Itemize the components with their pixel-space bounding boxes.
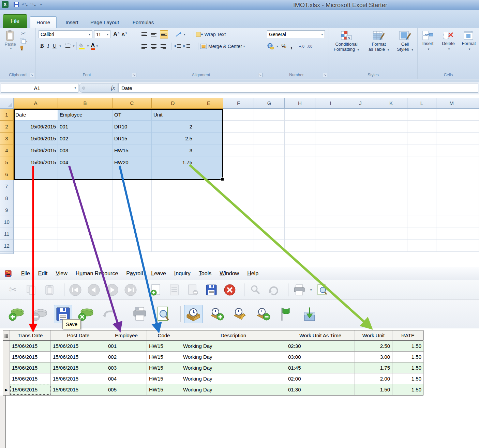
- excel-cell[interactable]: [436, 204, 467, 216]
- grid-cell[interactable]: 1.50: [392, 341, 424, 352]
- row-header-4[interactable]: 4: [0, 144, 14, 156]
- menu-item-inquiry[interactable]: Inquiry: [174, 271, 191, 277]
- excel-cell[interactable]: 002: [58, 133, 113, 144]
- excel-cell[interactable]: [346, 109, 375, 121]
- excel-cell[interactable]: [467, 192, 479, 204]
- excel-cell[interactable]: [436, 192, 467, 204]
- excel-cell[interactable]: OT: [113, 109, 152, 121]
- menu-item-human-resource[interactable]: Human Resource: [76, 271, 118, 277]
- excel-cell[interactable]: 2.5: [152, 133, 194, 144]
- clipboard-dialog-launcher[interactable]: ↘: [30, 73, 34, 77]
- excel-cell[interactable]: [14, 180, 58, 192]
- underline-button[interactable]: U: [53, 43, 57, 49]
- column-header-E[interactable]: E: [194, 98, 223, 109]
- grid-column-header-employee[interactable]: Employee: [106, 330, 147, 340]
- excel-cell[interactable]: DR15: [113, 133, 152, 144]
- excel-cell[interactable]: [254, 204, 285, 216]
- excel-cell[interactable]: [254, 216, 285, 228]
- comma-button[interactable]: ,: [290, 42, 293, 50]
- excel-cell[interactable]: [254, 192, 285, 204]
- edit-work-unit-button[interactable]: [230, 305, 249, 323]
- format-painter-icon[interactable]: [20, 45, 26, 51]
- excel-cell[interactable]: [467, 228, 479, 240]
- excel-cell[interactable]: [407, 168, 436, 180]
- grid-cell[interactable]: Working Day: [181, 384, 286, 395]
- excel-cell[interactable]: [223, 109, 254, 121]
- grid-column-header-code[interactable]: Code: [147, 330, 181, 340]
- excel-cell[interactable]: [285, 156, 315, 168]
- excel-cell[interactable]: [14, 228, 58, 240]
- tab-insert[interactable]: Insert: [60, 16, 84, 28]
- excel-cell[interactable]: [285, 192, 315, 204]
- excel-cell[interactable]: [375, 133, 407, 144]
- grid-cell[interactable]: Working Day: [181, 362, 286, 373]
- grid-cell[interactable]: Working Day: [181, 352, 286, 362]
- grid-column-header-work-unit[interactable]: Work Unit: [355, 330, 392, 340]
- excel-cell[interactable]: [315, 216, 346, 228]
- excel-cell[interactable]: [407, 133, 436, 144]
- column-header-B[interactable]: B: [58, 98, 113, 109]
- wrap-text-button[interactable]: Wrap Text: [205, 32, 226, 37]
- excel-cell[interactable]: [223, 144, 254, 156]
- grid-column-header-trans-date[interactable]: Trans Date: [10, 330, 51, 340]
- shrink-font-button[interactable]: A▼: [121, 32, 128, 37]
- excel-cell[interactable]: [436, 168, 467, 180]
- excel-cell[interactable]: [285, 216, 315, 228]
- excel-cell[interactable]: Unit: [152, 109, 194, 121]
- excel-cell[interactable]: [315, 109, 346, 121]
- percent-button[interactable]: %: [282, 43, 286, 49]
- excel-cell[interactable]: [113, 240, 152, 252]
- grid-cell[interactable]: HW15: [147, 362, 181, 373]
- excel-cell[interactable]: [14, 216, 58, 228]
- excel-cell[interactable]: [346, 228, 375, 240]
- flag-button[interactable]: [277, 305, 295, 323]
- excel-cell[interactable]: [467, 144, 479, 156]
- import-button[interactable]: [300, 305, 318, 323]
- row-header-10[interactable]: 10: [0, 216, 14, 228]
- excel-cell[interactable]: [375, 216, 407, 228]
- grid-cell[interactable]: 02:30: [286, 341, 355, 352]
- column-header-F[interactable]: F: [223, 98, 254, 109]
- row-header-6[interactable]: 6: [0, 168, 14, 180]
- excel-cell[interactable]: [346, 133, 375, 144]
- excel-cell[interactable]: [58, 192, 113, 204]
- excel-cell[interactable]: [436, 240, 467, 252]
- excel-cell[interactable]: [14, 192, 58, 204]
- excel-cell[interactable]: [467, 168, 479, 180]
- qat-undo-icon[interactable]: ↶▾: [21, 1, 28, 8]
- font-size-select[interactable]: 11▾: [94, 30, 110, 38]
- row-header-2[interactable]: 2: [0, 121, 14, 133]
- excel-cell[interactable]: [58, 204, 113, 216]
- excel-cell[interactable]: [194, 156, 223, 168]
- delete-cells-button[interactable]: Delete▾: [438, 28, 459, 79]
- menu-item-edit[interactable]: Edit: [38, 271, 48, 277]
- tab-file[interactable]: File: [3, 14, 27, 28]
- save-button[interactable]: [204, 282, 219, 297]
- conditional-formatting-button[interactable]: ≶ ConditionalFormatting ▾: [329, 28, 364, 79]
- excel-cell[interactable]: [375, 192, 407, 204]
- font-name-select[interactable]: Calibri▾: [39, 30, 92, 38]
- refresh-button[interactable]: [266, 282, 281, 297]
- font-dialog-launcher[interactable]: ↘: [132, 73, 136, 77]
- column-header-L[interactable]: L: [407, 98, 436, 109]
- excel-cell[interactable]: [436, 121, 467, 133]
- excel-cell[interactable]: [315, 144, 346, 156]
- grid-column-header-description[interactable]: Description: [181, 330, 286, 340]
- grid-column-header-rate[interactable]: RATE: [392, 330, 424, 340]
- excel-cell[interactable]: [375, 180, 407, 192]
- excel-cell[interactable]: [152, 180, 194, 192]
- edit-record-button[interactable]: [167, 282, 182, 297]
- decrease-indent-button[interactable]: [174, 44, 181, 49]
- excel-cell[interactable]: [315, 133, 346, 144]
- excel-cell[interactable]: [467, 121, 479, 133]
- grid-cell[interactable]: Working Day: [181, 341, 286, 352]
- excel-cell[interactable]: [407, 192, 436, 204]
- excel-cell[interactable]: [254, 133, 285, 144]
- excel-cell[interactable]: [14, 168, 58, 180]
- excel-cell[interactable]: [285, 121, 315, 133]
- grid-cell[interactable]: 1.75: [355, 362, 392, 373]
- next-record-button[interactable]: [105, 282, 120, 297]
- grid-cell[interactable]: 15/06/2015: [10, 362, 51, 373]
- print-button[interactable]: [292, 282, 307, 297]
- row-header-11[interactable]: 11: [0, 228, 14, 240]
